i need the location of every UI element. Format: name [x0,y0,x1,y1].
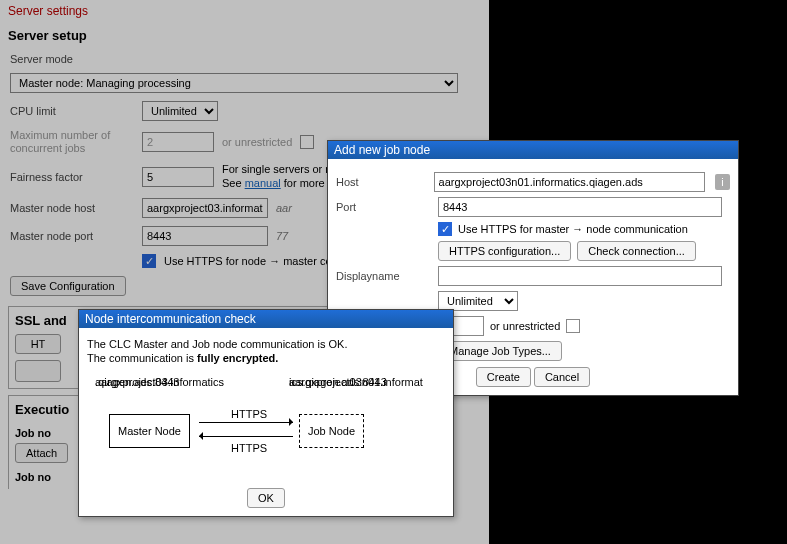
host-input[interactable] [434,172,705,192]
port-label: Port [336,201,432,213]
add-dialog-title: Add new job node [328,141,738,159]
https-configuration-button[interactable]: HTTPS configuration... [438,241,571,261]
port-input[interactable] [438,197,722,217]
job-node-box: Job Node [299,414,364,448]
check-status-line-2: The communication is fully encrypted. [87,352,445,364]
unrestricted-dialog-checkbox[interactable] [566,319,580,333]
master-node-box: Master Node [109,414,190,448]
use-https-master-node-checkbox[interactable]: ✓ [438,222,452,236]
displayname-label: Displayname [336,270,432,282]
arrow-left-icon [199,436,293,437]
arrow-right-icon [199,422,293,423]
ok-button[interactable]: OK [247,488,285,508]
info-icon[interactable]: i [715,174,730,190]
cpu-limit-dialog-select[interactable]: Unlimited [438,291,518,311]
manage-job-types-button[interactable]: Manage Job Types... [438,341,562,361]
or-unrestricted-dialog-text: or unrestricted [490,320,560,332]
use-https-master-node-label: Use HTTPS for master → node communicatio… [458,223,688,235]
check-dialog-title: Node intercommunication check [79,310,453,328]
communication-diagram: aargxproject03.informatics .qiagen.ads:8… [91,376,441,476]
create-button[interactable]: Create [476,367,531,387]
displayname-input[interactable] [438,266,722,286]
cancel-button[interactable]: Cancel [534,367,590,387]
check-status-line-1: The CLC Master and Job node communicatio… [87,338,445,350]
host-label: Host [336,176,428,188]
check-connection-button[interactable]: Check connection... [577,241,696,261]
intercommunication-check-dialog: Node intercommunication check The CLC Ma… [78,309,454,517]
